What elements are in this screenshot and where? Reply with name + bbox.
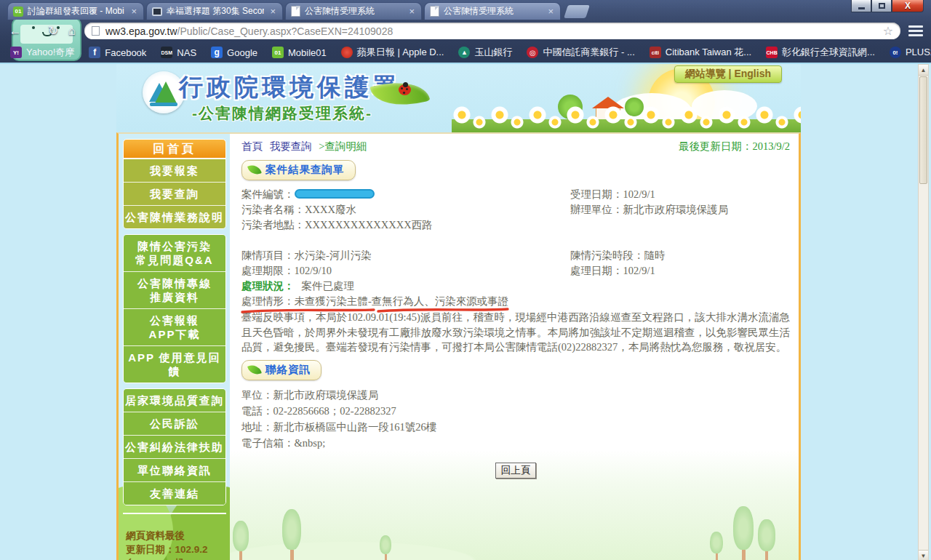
new-tab-button[interactable] bbox=[564, 5, 590, 18]
status-label: 處理狀況： bbox=[241, 279, 295, 294]
sidebar-group-links: 居家環境品質查詢 公民訴訟 公害糾紛法律扶助 單位聯絡資訊 友善連結 bbox=[123, 388, 226, 505]
site-nav-english-link[interactable]: 網站導覽 | English bbox=[674, 65, 782, 83]
sidebar-item-unit-contacts[interactable]: 單位聯絡資訊 bbox=[124, 458, 225, 481]
handling-result: 處理情形：未查獲污染主體-查無行為人、污染來源或事證 bbox=[241, 295, 508, 307]
tree-decoration bbox=[710, 532, 723, 560]
scroll-up-icon[interactable]: ▲ bbox=[919, 65, 928, 76]
bookmark-mobile01[interactable]: 01Mobile01 bbox=[272, 47, 327, 58]
plus28-favicon: 0! bbox=[890, 47, 901, 58]
bookmark-plus28[interactable]: 0!PLUS28 論壇|討論區 bbox=[890, 46, 931, 59]
complaint-item: 陳情項目：水污染-河川污染 bbox=[241, 248, 570, 263]
minimize-button[interactable] bbox=[851, 0, 871, 12]
scrollbar-thumb[interactable] bbox=[919, 76, 927, 184]
bookmark-label: NAS bbox=[177, 47, 196, 58]
bookmark-ctbc[interactable]: ◎中國信託商業銀行 - ... bbox=[527, 46, 634, 59]
bookmark-esunbank[interactable]: ▲玉山銀行 bbox=[458, 46, 512, 59]
bookmark-label: Mobile01 bbox=[288, 47, 327, 58]
section-header-label: 案件結果查詢單 bbox=[265, 163, 345, 177]
sidebar-item-app-download[interactable]: 公害報報 APP下載 bbox=[124, 308, 225, 345]
visitor-counter: 網頁資料最後 更新日期：102.9.2 自92.10.04起 瀏覽人次：1634… bbox=[123, 513, 226, 560]
drag-dots-icon bbox=[230, 143, 231, 149]
sidebar-item-friendly-links[interactable]: 友善連結 bbox=[124, 481, 225, 505]
mobile01-favicon: 01 bbox=[272, 47, 284, 58]
case-number-label: 案件編號： bbox=[241, 188, 295, 200]
leaf-icon bbox=[247, 163, 262, 177]
tab-mobile01-thread[interactable]: 01 討論群組發表回覆 - Mobi × bbox=[7, 2, 144, 20]
page-scrollbar[interactable]: ▲ ▼ bbox=[918, 64, 929, 560]
sidebar-item-home-env-quality[interactable]: 居家環境品質查詢 bbox=[124, 389, 225, 412]
leaf-icon bbox=[247, 362, 262, 376]
maximize-button[interactable] bbox=[871, 0, 892, 12]
bookmark-label: 玉山銀行 bbox=[474, 46, 512, 59]
tab-close-icon[interactable]: × bbox=[546, 7, 555, 16]
tree-decoration bbox=[233, 521, 249, 560]
bookmark-google[interactable]: gGoogle bbox=[211, 47, 257, 58]
sidebar-menu: 回首頁 我要報案 我要查詢 公害陳情業務說明 陳情公害污染 常見問題Q&A 公害… bbox=[119, 134, 230, 560]
pollution-period: 陳情污染時段：隨時 bbox=[570, 248, 666, 263]
url-path: /Public/Case_Query.aspx?CaseEXN=24109028 bbox=[177, 25, 879, 37]
ladybug-decoration bbox=[399, 84, 411, 95]
sidebar-item-business-info[interactable]: 公害陳情業務說明 bbox=[124, 205, 225, 228]
scroll-down-icon[interactable]: ▼ bbox=[919, 550, 928, 560]
menu-icon[interactable] bbox=[906, 24, 925, 39]
accept-date: 受理日期：102/9/1 bbox=[570, 187, 655, 202]
bookmark-label: PLUS28 論壇|討論區 bbox=[906, 46, 931, 59]
bookmark-appledaily[interactable]: 蘋果日報 | Apple D... bbox=[341, 46, 444, 59]
bookmark-label: Yahoo!奇摩 bbox=[26, 46, 74, 59]
back-to-previous-button[interactable]: 回上頁 bbox=[495, 463, 537, 479]
tab-close-icon[interactable]: × bbox=[268, 7, 277, 16]
window-controls: X bbox=[851, 0, 924, 12]
sidebar-item-query-case[interactable]: 我要查詢 bbox=[124, 182, 225, 205]
bookmark-label: Facebook bbox=[105, 47, 146, 58]
url-host: ww3.epa.gov.tw bbox=[105, 25, 177, 37]
bookmark-star-icon[interactable]: ☆ bbox=[883, 24, 893, 38]
detail-row: 處理期限：102/9/10 處理日期：102/9/1 bbox=[241, 263, 790, 279]
sidebar-item-legal-aid[interactable]: 公害糾紛法律扶助 bbox=[124, 435, 225, 458]
sidebar-item-app-feedback[interactable]: APP 使用意見回饋 bbox=[124, 345, 225, 383]
tab-title: 公害陳情受理系統 bbox=[305, 5, 403, 17]
case-number-redaction bbox=[295, 189, 375, 199]
bookmark-facebook[interactable]: fFacebook bbox=[89, 47, 146, 58]
bookmark-citibank[interactable]: cítiCitibank Taiwan 花... bbox=[650, 46, 751, 59]
maximize-icon bbox=[879, 3, 885, 9]
detail-row: 污染者名稱：XXXX廢水 辦理單位：新北市政府環境保護局 bbox=[241, 202, 790, 217]
sidebar-item-report-case[interactable]: 我要報案 bbox=[124, 159, 225, 182]
tab-video[interactable]: 幸福選擇題 第30集 Secor × bbox=[146, 2, 283, 20]
case-result-section-header: 案件結果查詢單 bbox=[241, 160, 356, 180]
process-date: 處理日期：102/9/1 bbox=[570, 263, 655, 279]
sidebar-item-home[interactable]: 回首頁 bbox=[123, 139, 226, 159]
google-favicon: g bbox=[211, 47, 223, 58]
mobile01-favicon: 01 bbox=[13, 7, 23, 17]
bookmark-label: 中國信託商業銀行 - ... bbox=[543, 46, 634, 59]
detail-row: 案件編號： 受理日期：102/9/1 bbox=[241, 187, 790, 202]
browser-chrome: 01 討論群組發表回覆 - Mobi × 幸福選擇題 第30集 Secor × … bbox=[0, 0, 931, 63]
tab-close-icon[interactable]: × bbox=[407, 7, 416, 16]
contact-unit: 單位：新北市政府環境保護局 bbox=[241, 387, 790, 403]
tree-decoration bbox=[733, 506, 754, 560]
tab-epa-system-active[interactable]: 公害陳情受理系統 × bbox=[424, 2, 561, 20]
close-button[interactable]: X bbox=[892, 0, 924, 12]
tab-epa-system-1[interactable]: 公害陳情受理系統 × bbox=[285, 2, 422, 20]
deadline: 處理期限：102/9/10 bbox=[241, 263, 570, 279]
sidebar-item-citizen-lawsuit[interactable]: 公民訴訟 bbox=[124, 412, 225, 435]
contact-section-header: 聯絡資訊 bbox=[241, 360, 321, 380]
bookmark-yahoo[interactable]: Y!Yahoo!奇摩 bbox=[10, 46, 74, 59]
bookmark-label: Google bbox=[227, 47, 257, 58]
breadcrumb-home-link[interactable]: 首頁 bbox=[241, 140, 263, 152]
breadcrumb: 首頁 我要查詢 >查詢明細 bbox=[241, 140, 367, 153]
reload-icon[interactable]: ↻ bbox=[44, 25, 63, 37]
chb-favicon: CHB bbox=[766, 47, 778, 58]
inspection-description: 臺端反映事項，本局於102.09.01(19:45)派員前往，稽查時，現場經中港… bbox=[241, 310, 790, 355]
address-bar[interactable]: ww3.epa.gov.tw /Public/Case_Query.aspx?C… bbox=[84, 23, 900, 39]
breadcrumb-query-link[interactable]: 我要查詢 bbox=[270, 140, 312, 152]
sidebar-item-qa[interactable]: 陳情公害污染 常見問題Q&A bbox=[124, 235, 225, 271]
tab-close-icon[interactable]: × bbox=[129, 7, 138, 16]
home-icon[interactable]: ⌂ bbox=[63, 25, 81, 37]
tab-bar: 01 討論群組發表回覆 - Mobi × 幸福選擇題 第30集 Secor × … bbox=[0, 0, 931, 20]
back-icon[interactable]: ← bbox=[6, 25, 25, 37]
bookmark-nas[interactable]: DSMNAS bbox=[161, 47, 196, 58]
page-favicon bbox=[291, 6, 300, 17]
bookmark-chb[interactable]: CHB彰化銀行全球資訊網... bbox=[766, 46, 875, 59]
sidebar-item-hotline-material[interactable]: 公害陳情專線 推廣資料 bbox=[124, 271, 225, 308]
page-body: 回首頁 我要報案 我要查詢 公害陳情業務說明 陳情公害污染 常見問題Q&A 公害… bbox=[116, 132, 801, 560]
